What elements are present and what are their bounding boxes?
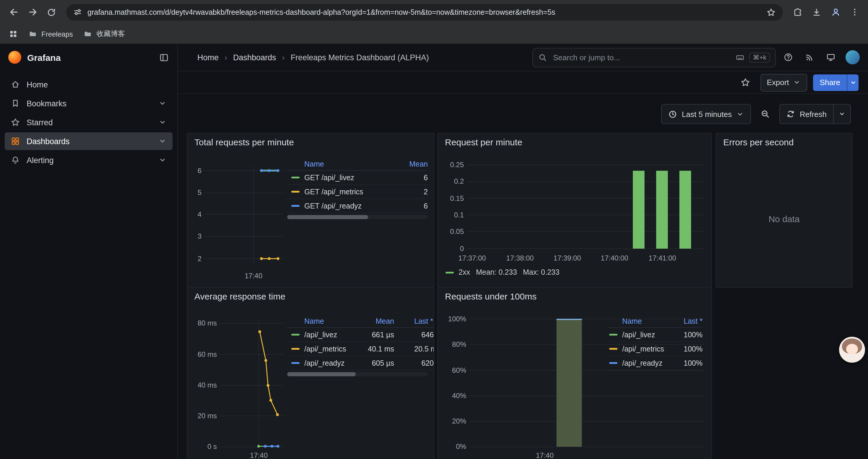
series-mean: 40.1 ms bbox=[359, 345, 394, 353]
column-header-name[interactable]: Name bbox=[622, 317, 670, 325]
legend-row[interactable]: /api/_readyz 100% bbox=[608, 356, 703, 370]
sidebar-item-bookmarks[interactable]: Bookmarks bbox=[5, 95, 173, 112]
profile-icon[interactable] bbox=[827, 3, 844, 21]
series-mean: 605 µs bbox=[359, 359, 394, 367]
y-tick: 40% bbox=[439, 392, 466, 400]
refresh-split-button: Refresh bbox=[780, 104, 851, 124]
legend-row[interactable]: GET /api/_metrics 2 bbox=[287, 185, 428, 199]
breadcrumb-home[interactable]: Home bbox=[197, 53, 219, 62]
folder-icon bbox=[28, 30, 37, 38]
series-last: 100% bbox=[670, 330, 703, 339]
series-name[interactable]: 2xx bbox=[459, 268, 470, 276]
bookmark-folder-blogs[interactable]: 收藏博客 bbox=[81, 27, 127, 41]
chevron-down-icon[interactable] bbox=[158, 137, 167, 145]
column-header-last[interactable]: Last * bbox=[414, 317, 434, 325]
legend-hscrollbar[interactable] bbox=[287, 372, 428, 376]
user-avatar[interactable] bbox=[845, 50, 860, 64]
legend-row[interactable]: /api/_livez 100% bbox=[608, 328, 703, 342]
column-header-mean[interactable]: Mean bbox=[382, 160, 428, 168]
export-button[interactable]: Export bbox=[760, 73, 807, 91]
scrollbar-thumb[interactable] bbox=[287, 215, 368, 219]
share-dropdown-button[interactable] bbox=[847, 74, 859, 91]
sidebar-item-home[interactable]: Home bbox=[5, 76, 173, 93]
search-input[interactable] bbox=[552, 52, 731, 62]
legend-row[interactable]: GET /api/_readyz 6 bbox=[287, 199, 428, 213]
scrollbar-thumb[interactable] bbox=[287, 372, 356, 376]
sidebar-item-label: Bookmarks bbox=[27, 99, 152, 108]
legend-row[interactable]: GET /api/_livez 6 bbox=[287, 171, 428, 185]
apps-grid-icon[interactable] bbox=[6, 27, 20, 41]
request-per-minute-chart[interactable] bbox=[438, 133, 711, 287]
x-tick: 17:40 bbox=[243, 451, 274, 459]
chevron-down-icon bbox=[849, 79, 857, 86]
y-tick: 0.25 bbox=[439, 161, 464, 169]
back-button[interactable] bbox=[5, 3, 23, 21]
reload-button[interactable] bbox=[42, 3, 60, 21]
panel-title[interactable]: Errors per second bbox=[723, 137, 794, 147]
series-color-dash bbox=[291, 177, 300, 178]
series-name: /api/_livez bbox=[304, 330, 359, 339]
sidebar-toggle-icon[interactable] bbox=[159, 52, 169, 62]
series-color-dash bbox=[609, 362, 617, 364]
sidebar-item-label: Alerting bbox=[27, 156, 152, 165]
breadcrumb-dashboards[interactable]: Dashboards bbox=[233, 53, 276, 62]
share-button[interactable]: Share bbox=[813, 74, 847, 91]
requests-under-100ms-chart[interactable] bbox=[438, 288, 711, 459]
browser-chrome: grafana.mathmast.com/d/deytv4rwavabkb/fr… bbox=[0, 0, 868, 44]
zoom-out-button[interactable] bbox=[756, 104, 775, 124]
chevron-down-icon[interactable] bbox=[158, 118, 167, 126]
series-mean: 2 bbox=[382, 188, 428, 196]
y-tick: 60% bbox=[439, 366, 466, 374]
y-tick: 3 bbox=[188, 232, 202, 240]
search-box[interactable]: ⌘+k bbox=[532, 47, 776, 67]
column-header-mean[interactable]: Mean bbox=[359, 317, 394, 325]
monitor-icon[interactable] bbox=[822, 48, 840, 66]
refresh-interval-dropdown[interactable] bbox=[834, 104, 851, 124]
time-range-picker[interactable]: Last 5 minutes bbox=[661, 104, 751, 124]
legend-row[interactable]: /api/_metrics 40.1 ms 20.5 m bbox=[287, 342, 434, 356]
sidebar-item-label: Dashboards bbox=[27, 137, 152, 145]
column-header-name[interactable]: Name bbox=[287, 160, 382, 168]
legend-row[interactable]: /api/_metrics 100% bbox=[608, 342, 703, 356]
rss-icon[interactable] bbox=[801, 48, 818, 66]
legend-table: Name Mean Last * /api/_livez 661 µs 646 bbox=[287, 315, 434, 370]
refresh-button[interactable]: Refresh bbox=[780, 104, 834, 124]
column-header-name[interactable]: Name bbox=[287, 317, 359, 325]
series-last: 100% bbox=[670, 345, 703, 353]
site-info-icon[interactable] bbox=[73, 8, 82, 17]
column-header-last[interactable]: Last * bbox=[670, 317, 703, 325]
series-name: /api/_livez bbox=[622, 330, 670, 339]
time-controls: Last 5 minutes Refresh bbox=[661, 104, 851, 124]
sidebar-item-label: Starred bbox=[27, 118, 152, 127]
series-name: /api/_readyz bbox=[304, 359, 359, 367]
home-icon bbox=[11, 80, 20, 89]
forward-button[interactable] bbox=[24, 3, 41, 21]
grafana-logo[interactable] bbox=[8, 51, 21, 64]
sidebar-item-starred[interactable]: Starred bbox=[5, 113, 173, 131]
menu-kebab-icon[interactable] bbox=[845, 3, 863, 21]
bookmark-folder-freeleaps[interactable]: Freeleaps bbox=[26, 27, 75, 41]
favorite-star-icon[interactable] bbox=[737, 73, 754, 91]
series-color-dash bbox=[609, 334, 617, 335]
url-text[interactable]: grafana.mathmast.com/d/deytv4rwavabkb/fr… bbox=[88, 8, 761, 16]
y-tick: 2 bbox=[188, 255, 202, 263]
legend-row[interactable]: /api/_livez 661 µs 646 bbox=[287, 328, 434, 342]
floating-assistant-avatar[interactable] bbox=[839, 337, 865, 363]
extensions-icon[interactable] bbox=[789, 3, 807, 21]
bookmarks-bar: Freeleaps 收藏博客 bbox=[0, 24, 868, 44]
sidebar-item-label: Home bbox=[27, 80, 167, 89]
y-tick: 4 bbox=[188, 210, 202, 219]
chevron-down-icon[interactable] bbox=[158, 99, 167, 107]
sidebar-item-dashboards[interactable]: Dashboards bbox=[5, 132, 173, 150]
series-mean: Mean: 0.233 bbox=[476, 268, 517, 276]
refresh-label: Refresh bbox=[800, 109, 827, 119]
legend-hscrollbar[interactable] bbox=[287, 215, 428, 219]
help-icon[interactable] bbox=[779, 48, 797, 66]
legend-row[interactable]: /api/_readyz 605 µs 620 bbox=[287, 356, 434, 370]
bookmark-star-icon[interactable] bbox=[766, 7, 776, 17]
url-bar[interactable]: grafana.mathmast.com/d/deytv4rwavabkb/fr… bbox=[66, 4, 783, 21]
chevron-down-icon[interactable] bbox=[158, 156, 167, 164]
sidebar-item-alerting[interactable]: Alerting bbox=[5, 151, 173, 169]
downloads-icon[interactable] bbox=[808, 3, 826, 21]
breadcrumb-separator: › bbox=[222, 53, 229, 62]
